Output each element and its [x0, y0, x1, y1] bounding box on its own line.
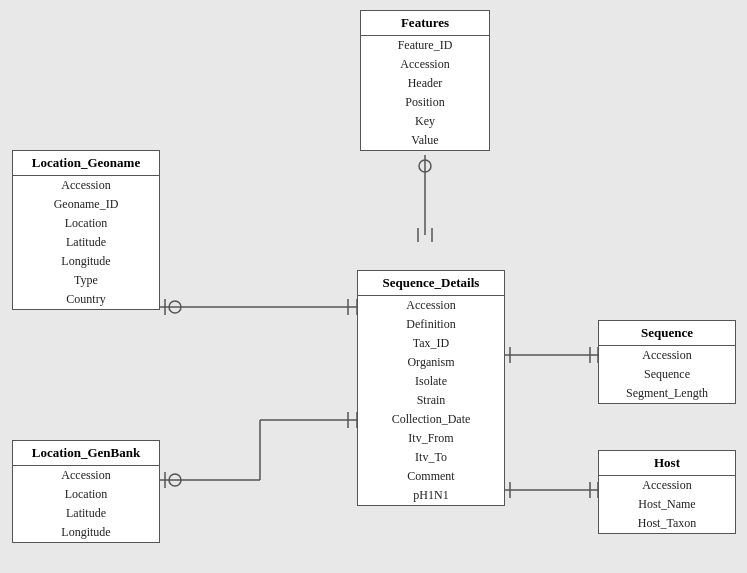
er-diagram: Features Feature_ID Accession Header Pos…	[0, 0, 747, 573]
svg-point-12	[169, 474, 181, 486]
field-seq-sequence: Sequence	[599, 365, 735, 384]
field-sd-collection-date: Collection_Date	[358, 410, 504, 429]
entity-location-genbank-header: Location_GenBank	[13, 441, 159, 466]
field-lg-accession: Accession	[13, 176, 159, 195]
entity-features: Features Feature_ID Accession Header Pos…	[360, 10, 490, 151]
field-sd-comment: Comment	[358, 467, 504, 486]
field-sd-strain: Strain	[358, 391, 504, 410]
entity-location-geoname: Location_Geoname Accession Geoname_ID Lo…	[12, 150, 160, 310]
entity-sequence: Sequence Accession Sequence Segment_Leng…	[598, 320, 736, 404]
field-sd-taxid: Tax_ID	[358, 334, 504, 353]
svg-point-5	[169, 301, 181, 313]
entity-sequence-details-header: Sequence_Details	[358, 271, 504, 296]
field-sd-itv-to: Itv_To	[358, 448, 504, 467]
entity-sequence-header: Sequence	[599, 321, 735, 346]
field-sd-definition: Definition	[358, 315, 504, 334]
entity-location-genbank: Location_GenBank Accession Location Lati…	[12, 440, 160, 543]
field-sd-isolate: Isolate	[358, 372, 504, 391]
field-features-position: Position	[361, 93, 489, 112]
field-seq-segment-length: Segment_Length	[599, 384, 735, 403]
field-gb-accession: Accession	[13, 466, 159, 485]
field-lg-country: Country	[13, 290, 159, 309]
field-sd-organism: Organism	[358, 353, 504, 372]
field-lg-location: Location	[13, 214, 159, 233]
field-gb-latitude: Latitude	[13, 504, 159, 523]
field-gb-longitude: Longitude	[13, 523, 159, 542]
field-lg-geoname-id: Geoname_ID	[13, 195, 159, 214]
field-host-accession: Accession	[599, 476, 735, 495]
svg-point-1	[419, 160, 431, 172]
field-lg-type: Type	[13, 271, 159, 290]
field-features-value: Value	[361, 131, 489, 150]
entity-host-header: Host	[599, 451, 735, 476]
field-lg-longitude: Longitude	[13, 252, 159, 271]
field-host-name: Host_Name	[599, 495, 735, 514]
field-features-header: Header	[361, 74, 489, 93]
field-host-taxon: Host_Taxon	[599, 514, 735, 533]
entity-host: Host Accession Host_Name Host_Taxon	[598, 450, 736, 534]
field-features-accession: Accession	[361, 55, 489, 74]
field-features-key: Key	[361, 112, 489, 131]
field-sd-itv-from: Itv_From	[358, 429, 504, 448]
entity-location-geoname-header: Location_Geoname	[13, 151, 159, 176]
field-sd-ph1n1: pH1N1	[358, 486, 504, 505]
field-gb-location: Location	[13, 485, 159, 504]
entity-sequence-details: Sequence_Details Accession Definition Ta…	[357, 270, 505, 506]
field-feature-id: Feature_ID	[361, 36, 489, 55]
field-sd-accession: Accession	[358, 296, 504, 315]
field-lg-latitude: Latitude	[13, 233, 159, 252]
field-seq-accession: Accession	[599, 346, 735, 365]
entity-features-header: Features	[361, 11, 489, 36]
